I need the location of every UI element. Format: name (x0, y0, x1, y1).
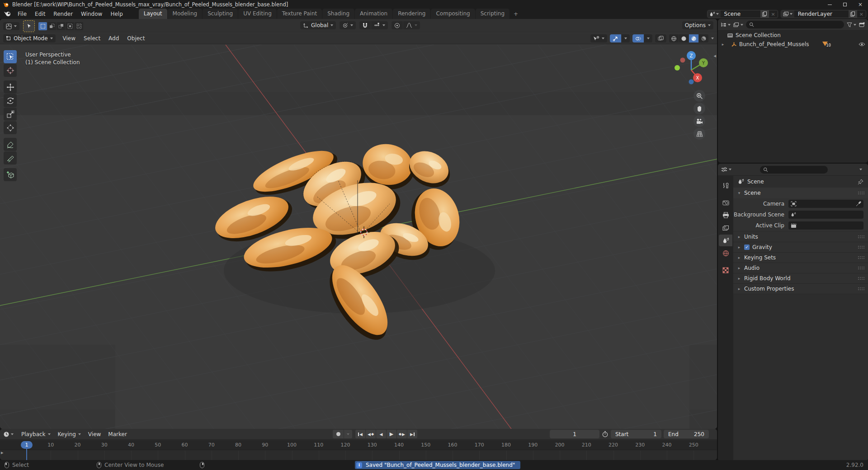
navigation-gizmo[interactable]: Z Y X (674, 49, 709, 85)
scene-unlink-button[interactable]: × (769, 11, 778, 17)
panel-keying-sets[interactable]: ▸Keying Sets (733, 253, 868, 263)
workspace-tab-modeling[interactable]: Modeling (168, 9, 203, 19)
playhead[interactable] (26, 448, 27, 460)
play-button[interactable]: ▶ (387, 430, 396, 438)
viewport-menu-view[interactable]: View (59, 34, 79, 42)
options-dropdown[interactable]: Options (682, 21, 713, 29)
stopwatch-icon[interactable] (602, 431, 609, 437)
show-gizmo-toggle[interactable] (610, 34, 621, 42)
object-name[interactable]: Bunch_of_Peeled_Mussels (739, 41, 809, 47)
mode-dropdown[interactable]: Object Mode (3, 34, 56, 42)
scene-selector[interactable]: Scene × (707, 10, 778, 18)
tab-view-layer[interactable] (719, 222, 732, 234)
pan-view-button[interactable] (693, 103, 705, 114)
new-collection-button[interactable] (859, 22, 865, 28)
workspace-tab-layout[interactable]: Layout (139, 9, 167, 19)
shading-wireframe[interactable] (669, 34, 679, 42)
proportional-editing-toggle[interactable] (392, 21, 403, 29)
panel-audio[interactable]: ▸Audio (733, 263, 868, 273)
properties-search[interactable] (760, 166, 828, 174)
next-keyframe-button[interactable]: ◆▶ (397, 430, 407, 438)
drag-handle-icon[interactable] (858, 246, 864, 249)
snap-settings-dropdown[interactable] (371, 21, 388, 29)
timeline-expand-arrow[interactable]: ▸ (1, 450, 4, 456)
workspace-tab-sculpting[interactable]: Sculpting (203, 9, 238, 19)
timeline-ruler[interactable]: 1 10203040506070809010011012013014015016… (0, 440, 717, 450)
viewport-menu-select[interactable]: Select (80, 34, 104, 42)
tab-scene[interactable] (719, 235, 732, 246)
gizmo-dropdown[interactable] (622, 34, 630, 42)
camera-field[interactable] (788, 200, 863, 208)
3d-scene[interactable] (0, 45, 717, 429)
menu-edit[interactable]: Edit (31, 9, 49, 19)
tool-add-cube[interactable] (4, 168, 17, 181)
jump-to-end-button[interactable]: ▶ (407, 430, 417, 438)
viewport-menu-object[interactable]: Object (123, 34, 148, 42)
drag-handle-icon[interactable] (858, 192, 864, 194)
tool-transform[interactable] (4, 121, 17, 134)
sidebar-toggle-arrow[interactable]: ◂ (713, 53, 716, 59)
close-button[interactable]: × (853, 0, 868, 9)
xray-toggle[interactable] (655, 34, 666, 42)
tab-output[interactable] (719, 209, 732, 221)
proportional-falloff-dropdown[interactable] (403, 21, 420, 29)
menu-render[interactable]: Render (49, 9, 77, 19)
render-layer-remove-button[interactable]: × (857, 11, 866, 17)
minimize-button[interactable] (822, 0, 837, 9)
pivot-point-dropdown[interactable] (340, 21, 356, 29)
workspace-tab-uv-editing[interactable]: UV Editing (238, 9, 277, 19)
tab-texture[interactable] (719, 264, 732, 276)
checkbox[interactable]: ✓ (744, 244, 750, 250)
editor-type-button[interactable] (3, 22, 19, 30)
properties-options-dropdown[interactable] (859, 169, 862, 170)
auto-keying-toggle[interactable] (333, 430, 344, 438)
start-frame-field[interactable]: Start1 (611, 430, 661, 438)
outliner-row-scene-collection[interactable]: Scene Collection (718, 31, 868, 40)
collection-name[interactable]: Scene Collection (736, 32, 781, 38)
scene-name[interactable]: Scene (721, 11, 760, 17)
tool-measure[interactable] (4, 151, 17, 164)
select-mode-extend[interactable] (47, 22, 56, 30)
outliner-row-object[interactable]: ▸ Bunch_of_Peeled_Mussels 10 (718, 40, 868, 49)
scene-panel-header[interactable]: ▾ Scene (733, 188, 868, 198)
tool-cursor[interactable] (4, 64, 17, 77)
blender-menu-icon[interactable] (4, 11, 12, 17)
menu-window[interactable]: Window (77, 9, 106, 19)
tab-world[interactable] (719, 247, 732, 259)
expand-arrow-icon[interactable]: ▸ (721, 42, 725, 47)
timeline-menu-marker[interactable]: Marker (105, 430, 130, 438)
active-clip-field[interactable] (788, 221, 863, 230)
transform-orientation-dropdown[interactable]: Global (300, 21, 336, 29)
background-scene-field[interactable] (788, 211, 863, 219)
drag-handle-icon[interactable] (858, 235, 864, 238)
drag-handle-icon[interactable] (858, 267, 864, 269)
viewport-menu-add[interactable]: Add (105, 34, 123, 42)
shading-rendered[interactable] (699, 34, 708, 42)
outliner-filter-id-type[interactable] (733, 22, 743, 28)
select-mode-intersect[interactable] (75, 22, 83, 30)
panel-custom-properties[interactable]: ▸Custom Properties (733, 284, 868, 294)
outliner-search[interactable] (746, 21, 844, 28)
pin-icon[interactable] (858, 179, 863, 185)
panel-rigid-body-world[interactable]: ▸Rigid Body World (733, 273, 868, 284)
menu-file[interactable]: File (14, 9, 31, 19)
outliner-display-mode[interactable] (721, 22, 731, 28)
zoom-view-button[interactable] (693, 90, 705, 102)
workspace-tab-shading[interactable]: Shading (322, 9, 354, 19)
play-reverse-button[interactable]: ◀ (376, 430, 386, 438)
drag-handle-icon[interactable] (858, 287, 864, 290)
panel-units[interactable]: ▸Units (733, 232, 868, 242)
shading-solid[interactable] (679, 34, 689, 42)
workspace-tab-compositing[interactable]: Compositing (431, 9, 475, 19)
workspace-tab-animation[interactable]: Animation (355, 9, 392, 19)
drag-handle-icon[interactable] (858, 277, 864, 280)
select-mode-set[interactable] (38, 22, 47, 30)
timeline-editor-type[interactable] (3, 431, 14, 437)
tool-select-box[interactable] (4, 50, 17, 63)
render-layer-selector[interactable]: RenderLayer × (781, 10, 866, 18)
timeline-menu-playback[interactable]: Playback (18, 430, 54, 438)
panel-gravity[interactable]: ▸✓Gravity (733, 242, 868, 253)
properties-editor-type[interactable] (721, 167, 731, 172)
select-mode-subtract[interactable] (57, 22, 65, 30)
show-overlays-toggle[interactable] (632, 34, 644, 42)
